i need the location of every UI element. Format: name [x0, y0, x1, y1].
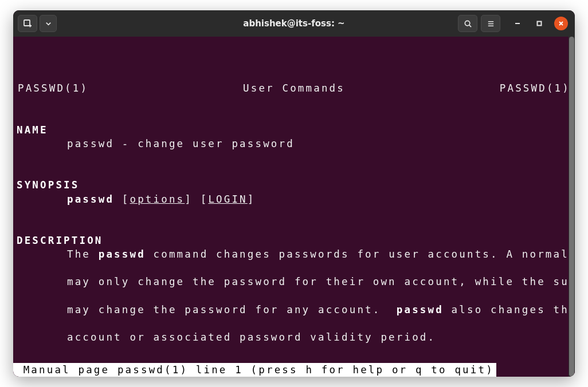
section-description: DESCRIPTION — [17, 235, 103, 246]
minimize-icon — [515, 21, 520, 26]
manpage-statusline: Manual page passwd(1) line 1 (press h fo… — [13, 363, 496, 377]
scrollbar[interactable] — [569, 37, 575, 377]
synopsis-command: passwd — [67, 194, 114, 205]
tab-dropdown-button[interactable] — [40, 15, 57, 32]
svg-line-4 — [469, 25, 471, 26]
desc-line-4: account or associated password validity … — [17, 330, 571, 344]
desc-line-3: may change the password for any account.… — [17, 303, 571, 317]
synopsis-options: options — [130, 194, 185, 205]
titlebar-left-controls — [18, 15, 57, 32]
man-header-right: PASSWD(1) — [500, 81, 570, 95]
svg-rect-9 — [538, 22, 542, 26]
titlebar-right-controls — [458, 15, 570, 32]
hamburger-icon — [487, 19, 495, 28]
desc-line-2: may only change the password for their o… — [17, 275, 571, 289]
section-name: NAME — [17, 124, 48, 136]
synopsis-login: LOGIN — [208, 194, 247, 205]
new-tab-icon — [23, 19, 32, 28]
man-header-center: User Commands — [243, 81, 345, 95]
menu-button[interactable] — [481, 15, 500, 32]
man-header-left: PASSWD(1) — [18, 81, 88, 95]
close-button[interactable] — [554, 17, 568, 30]
manpage-content: PASSWD(1)User CommandsPASSWD(1) NAME pas… — [13, 68, 575, 377]
minimize-button[interactable] — [511, 17, 524, 30]
scrollbar-thumb[interactable] — [569, 37, 574, 377]
synopsis-line: passwd [options] [LOGIN] — [17, 192, 571, 206]
search-button[interactable] — [458, 15, 477, 32]
titlebar: abhishek@its-foss: ~ — [13, 10, 575, 37]
maximize-button[interactable] — [532, 17, 546, 30]
chevron-down-icon — [44, 19, 53, 28]
terminal-window: abhishek@its-foss: ~ — [13, 10, 575, 377]
maximize-icon — [536, 21, 542, 26]
new-tab-button[interactable] — [18, 15, 37, 32]
name-line: passwd - change user password — [17, 137, 571, 151]
section-synopsis: SYNOPSIS — [17, 179, 80, 191]
svg-rect-0 — [24, 20, 30, 26]
desc-line-1: The passwd command changes passwords for… — [17, 247, 571, 261]
terminal-viewport[interactable]: PASSWD(1)User CommandsPASSWD(1) NAME pas… — [13, 37, 575, 377]
svg-point-3 — [465, 21, 469, 25]
search-icon — [464, 19, 472, 28]
close-icon — [558, 21, 564, 26]
